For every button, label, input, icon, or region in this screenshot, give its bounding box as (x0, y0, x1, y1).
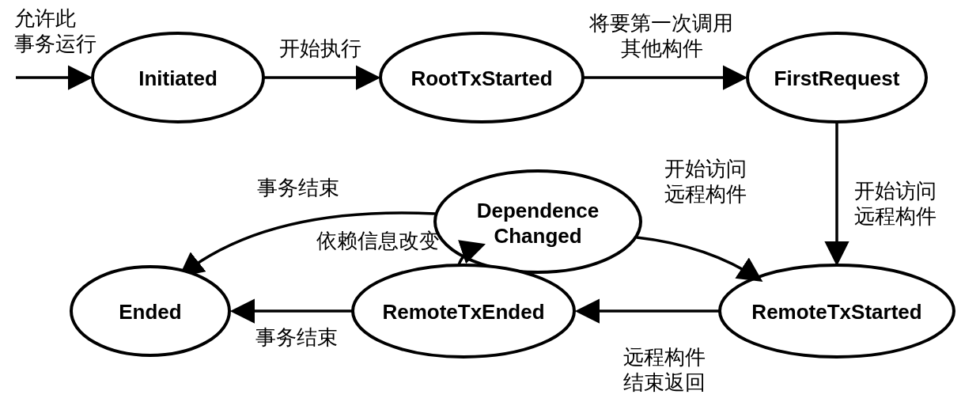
state-depchanged-label-1: Dependence (477, 199, 600, 222)
edge-label-allow-2: 事务运行 (14, 32, 96, 55)
state-diagram: 允许此 事务运行 Initiated 开始执行 RootTxStarted 将要… (0, 0, 980, 406)
state-firstrequest-label: FirstRequest (774, 66, 900, 90)
state-initiated-label: Initiated (138, 66, 218, 90)
state-ended-label: Ended (119, 300, 181, 324)
edge-label-startexec: 开始执行 (279, 36, 361, 60)
state-depchanged-label-2: Changed (494, 224, 581, 248)
edge-label-allow-1: 允许此 (14, 6, 76, 30)
edge-label-firstcall-2: 其他构件 (621, 36, 703, 60)
edge-label-accessremote-b1: 开始访问 (854, 179, 936, 203)
edge-label-accessremote-b2: 远程构件 (854, 204, 936, 228)
state-roottxstarted-label: RootTxStarted (411, 66, 552, 90)
edge-label-accessremote-a2: 远程构件 (664, 182, 747, 206)
edge-label-remoteend-2: 结束返回 (623, 370, 706, 394)
edge-label-txend-2: 事务结束 (255, 325, 338, 349)
state-remotetxended-label: RemoteTxEnded (382, 300, 544, 324)
edge-label-firstcall-1: 将要第一次调用 (588, 11, 733, 35)
edge-label-remoteend-1: 远程构件 (623, 345, 706, 369)
edge-dep-remotestart (637, 237, 759, 279)
state-remotetxstarted-label: RemoteTxStarted (751, 300, 921, 324)
edge-label-txend-1: 事务结束 (257, 176, 339, 199)
edge-label-accessremote-a1: 开始访问 (664, 157, 747, 180)
edge-label-depchanged: 依赖信息改变 (316, 229, 440, 252)
